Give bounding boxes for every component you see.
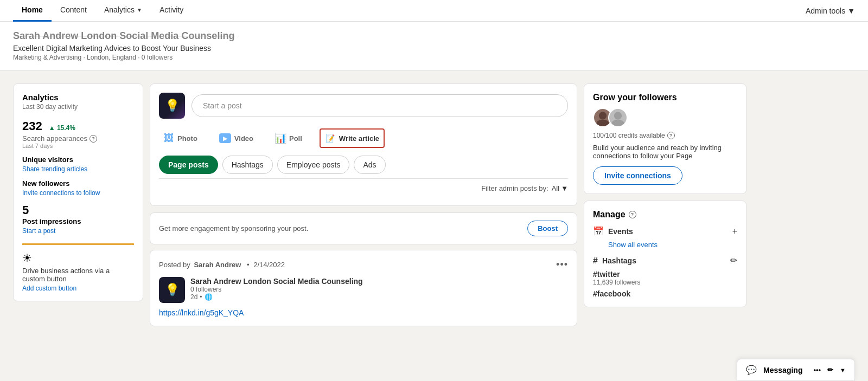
grow-description: Build your audience and reach by invitin… xyxy=(593,144,737,160)
center-content: 💡 Start a post 🖼 Photo ▶ Video 📊 Poll xyxy=(150,83,577,326)
hashtag-item-twitter: #twitter 11,639 followers xyxy=(593,270,737,286)
post-card: Posted by Sarah Andrew • 2/14/2022 ••• 💡… xyxy=(150,250,577,326)
tab-hashtags[interactable]: Hashtags xyxy=(222,156,273,174)
invite-connections-button[interactable]: Invite connections xyxy=(593,166,682,185)
credits-info-icon[interactable]: ? xyxy=(667,132,675,139)
video-button[interactable]: ▶ Video xyxy=(215,128,258,148)
post-box: 💡 Start a post 🖼 Photo ▶ Video 📊 Poll xyxy=(150,83,577,206)
hashtag-twitter: #twitter xyxy=(593,270,737,279)
svg-point-0 xyxy=(599,112,607,119)
tab-ads[interactable]: Ads xyxy=(354,156,385,174)
manage-title: Manage ? xyxy=(593,210,737,219)
new-followers-label: New followers xyxy=(22,179,134,188)
start-a-post-link[interactable]: Start a post xyxy=(22,227,134,235)
grow-followers-card: Grow your followers 100/100 credits avai… xyxy=(584,83,746,194)
post-date: 2/14/2022 xyxy=(253,261,285,269)
follower-avatars xyxy=(593,108,737,127)
post-link[interactable]: https://lnkd.in/g5gK_YQA xyxy=(159,308,568,317)
company-name: Sarah Andrew London Social Media Counsel… xyxy=(13,30,855,42)
write-article-button[interactable]: 📝 Write article xyxy=(320,128,385,148)
add-custom-button-link[interactable]: Add custom button xyxy=(22,285,134,292)
boost-text: Get more engagement by sponsoring your p… xyxy=(159,224,308,233)
hashtags-label: # Hashtags xyxy=(593,256,636,266)
search-appearances-change: ▲ 15.4% xyxy=(49,124,75,132)
new-followers-group: New followers Invite connections to foll… xyxy=(22,179,134,197)
write-article-icon: 📝 xyxy=(325,133,336,144)
post-time-ago: 2d xyxy=(190,293,197,301)
video-icon: ▶ xyxy=(219,133,231,143)
svg-point-3 xyxy=(611,120,624,126)
filter-arrow-icon: ▼ xyxy=(561,184,568,192)
nav-item-analytics[interactable]: Analytics ▼ xyxy=(95,0,151,22)
boost-banner: Get more engagement by sponsoring your p… xyxy=(150,212,577,244)
boost-button[interactable]: Boost xyxy=(527,221,568,236)
unique-visitors-group: Unique visitors Share trending articles xyxy=(22,156,134,173)
photo-button[interactable]: 🖼 Photo xyxy=(159,128,202,148)
add-event-button[interactable]: + xyxy=(732,227,737,236)
analytics-title: Analytics xyxy=(22,93,134,102)
grow-followers-title: Grow your followers xyxy=(593,93,737,102)
company-tagline: Excellent Digital Marketing Advices to B… xyxy=(13,44,855,53)
analytics-card: Analytics Last 30 day activity 232 ▲ 15.… xyxy=(13,83,143,301)
drive-text: Drive business actions via a custom butt… xyxy=(22,267,134,283)
manage-info-icon[interactable]: ? xyxy=(629,211,636,218)
invite-connections-link[interactable]: Invite connections to follow xyxy=(22,189,134,197)
content-tabs: Page posts Hashtags Employee posts Ads xyxy=(159,156,568,174)
poll-button[interactable]: 📊 Poll xyxy=(271,128,307,148)
follower-avatar-2 xyxy=(608,108,628,127)
post-author-name: Sarah Andrew xyxy=(194,261,241,269)
hashtag-twitter-followers: 11,639 followers xyxy=(593,279,737,286)
tab-page-posts[interactable]: Page posts xyxy=(159,156,218,174)
filter-value: All xyxy=(552,184,559,192)
filter-select[interactable]: All ▼ xyxy=(552,184,568,192)
post-impressions-group: 5 Post impressions Start a post xyxy=(22,203,134,235)
nav-label-analytics: Analytics xyxy=(104,5,135,14)
nav-item-activity[interactable]: Activity xyxy=(151,0,192,22)
hashtags-section: # Hashtags ✏ #twitter 11,639 followers #… xyxy=(593,255,737,298)
poll-icon: 📊 xyxy=(275,133,286,144)
share-trending-articles-link[interactable]: Share trending articles xyxy=(22,165,134,173)
events-row: 📅 Events + xyxy=(593,226,737,236)
post-impressions-number: 5 xyxy=(22,203,134,217)
analytics-dropdown-icon: ▼ xyxy=(137,7,142,13)
search-appearances-info-icon[interactable]: ? xyxy=(90,135,97,143)
post-meta: Posted by Sarah Andrew • 2/14/2022 ••• xyxy=(159,259,568,270)
drive-section: ☀ Drive business actions via a custom bu… xyxy=(22,243,134,292)
hashtags-manage-row: # Hashtags ✏ xyxy=(593,255,737,266)
search-appearances-block: 232 ▲ 15.4% Search appearances ? Last 7 … xyxy=(22,119,134,149)
search-appearances-period: Last 7 days xyxy=(22,143,134,149)
right-sidebar: Grow your followers 100/100 credits avai… xyxy=(584,83,746,326)
admin-tools-arrow-icon: ▼ xyxy=(847,7,855,15)
post-actions: 🖼 Photo ▶ Video 📊 Poll 📝 Write article xyxy=(159,126,568,148)
nav-label-activity: Activity xyxy=(159,5,183,14)
unique-visitors-label: Unique visitors xyxy=(22,156,134,164)
credits-row: 100/100 credits available ? xyxy=(593,132,737,139)
events-icon: 📅 xyxy=(593,226,604,236)
admin-tools-button[interactable]: Admin tools ▼ xyxy=(806,7,855,15)
marketing-icon: 💡 xyxy=(165,99,180,113)
edit-hashtags-button[interactable]: ✏ xyxy=(730,255,737,266)
page-avatar: 💡 xyxy=(159,93,185,119)
analytics-subtitle: Last 30 day activity xyxy=(22,103,134,111)
show-all-events-link[interactable]: Show all events xyxy=(608,241,737,249)
post-visibility-icon: 🌐 xyxy=(205,293,213,301)
post-author-avatar: 💡 xyxy=(159,277,185,303)
drive-icon: ☀ xyxy=(22,251,134,264)
post-followers-count: 0 followers xyxy=(190,286,363,293)
post-more-options-button[interactable]: ••• xyxy=(556,259,568,270)
posted-by-label: Posted by xyxy=(159,261,190,269)
left-sidebar: Analytics Last 30 day activity 232 ▲ 15.… xyxy=(13,83,143,326)
tab-employee-posts[interactable]: Employee posts xyxy=(277,156,350,174)
events-label: 📅 Events xyxy=(593,226,633,236)
hashtag-facebook: #facebook xyxy=(593,289,737,298)
nav-links: Home Content Analytics ▼ Activity xyxy=(13,0,806,22)
start-post-input[interactable]: Start a post xyxy=(192,94,568,117)
nav-item-content[interactable]: Content xyxy=(52,0,95,22)
nav-item-home[interactable]: Home xyxy=(13,0,52,22)
main-layout: Analytics Last 30 day activity 232 ▲ 15.… xyxy=(0,77,760,333)
filter-label: Filter admin posts by: xyxy=(481,184,548,192)
post-author-row: 💡 Sarah Andrew London Social Media Couns… xyxy=(159,277,568,303)
credits-text: 100/100 credits available xyxy=(593,132,665,139)
nav-label-content: Content xyxy=(60,5,87,14)
hashtag-item-facebook: #facebook xyxy=(593,289,737,298)
